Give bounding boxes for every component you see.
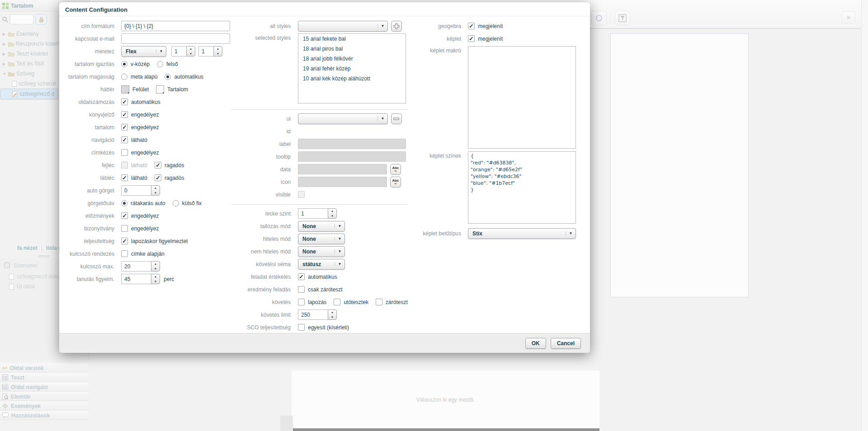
plus-icon	[393, 23, 400, 29]
row-icon: icon Abc	[231, 177, 408, 187]
style-item[interactable]: 15 arial fekete bal	[298, 34, 406, 44]
kovetesi-sema-select[interactable]: státusz ▼	[298, 259, 345, 270]
tanulas-figyelm-stepper[interactable]: ▲▼	[121, 274, 160, 284]
tartalom-checkbox[interactable]: ✓	[121, 124, 128, 131]
kovetes-lapozas-checkbox[interactable]	[298, 299, 305, 305]
content-configuration-dialog: Content Configuration cím formátum kapcs…	[59, 2, 590, 353]
stepper-up-icon[interactable]: ▲	[151, 262, 160, 267]
row-keplet-makro: képlet makró	[412, 46, 579, 149]
oldalszamozas-checkbox[interactable]: ✓	[121, 98, 128, 105]
row-hiteles-mod: hiteles mód None ▼	[231, 234, 408, 244]
kovetes-zaroteszt-checkbox[interactable]	[376, 299, 382, 305]
keplet-betutipus-select[interactable]: Stix ▼	[468, 228, 576, 239]
icon-input	[298, 177, 387, 187]
row-konyvjelzo: könyvjelző ✓ engedélyez	[64, 109, 231, 120]
stepper-up-icon[interactable]: ▲	[328, 209, 336, 214]
row-kovetes: követés lapozás utótesztek záróteszt	[231, 297, 408, 307]
stepper-down-icon[interactable]: ▼	[214, 52, 222, 56]
cancel-button[interactable]: Cancel	[551, 338, 581, 349]
geogebra-checkbox[interactable]: ✓	[468, 23, 475, 29]
style-item[interactable]: 18 arial piros bal	[298, 44, 406, 54]
row-all-styles: all styles ▼	[231, 21, 408, 31]
style-item[interactable]: 18 arial jobb félkövér	[298, 54, 406, 64]
row-data: data Abc	[231, 164, 408, 174]
ui-select[interactable]: ▼	[298, 113, 388, 124]
stepper-up-icon[interactable]: ▲	[151, 274, 160, 279]
stepper-down-icon[interactable]: ▼	[151, 267, 160, 272]
section-separator	[231, 109, 408, 110]
stepper-down-icon[interactable]: ▼	[151, 279, 160, 284]
kovetes-utotesztek-checkbox[interactable]	[334, 299, 340, 305]
radio-v-kozep[interactable]	[121, 61, 127, 67]
kovetes-limit-stepper[interactable]: ▲▼	[298, 309, 337, 320]
row-label: label	[231, 139, 408, 149]
ok-button[interactable]: OK	[525, 338, 546, 349]
chevron-down-icon: ▼	[335, 262, 344, 266]
meretez-width-stepper[interactable]: ▲▼	[171, 46, 195, 56]
all-styles-select[interactable]: ▼	[298, 21, 388, 32]
sco-egyesit-checkbox[interactable]	[298, 324, 305, 331]
elozmenyek-checkbox[interactable]: ✓	[121, 212, 128, 219]
radio-automatikus[interactable]	[165, 74, 171, 80]
kulcsszo-max-stepper[interactable]: ▲▼	[121, 261, 160, 272]
keplet-makro-textarea[interactable]	[468, 46, 576, 149]
stepper-up-icon[interactable]: ▲	[214, 47, 222, 52]
eredmeny-feladas-checkbox[interactable]	[298, 286, 305, 293]
add-style-button[interactable]	[391, 21, 402, 32]
row-cimkezes: címkézés engedélyez	[64, 147, 231, 158]
radio-felso[interactable]	[157, 61, 163, 67]
stepper-down-icon[interactable]: ▼	[328, 315, 336, 320]
data-picker-button[interactable]: Abc	[390, 164, 401, 175]
konyvjelzo-checkbox[interactable]: ✓	[121, 111, 128, 118]
radio-kulso-fix[interactable]	[173, 200, 179, 206]
navigacio-checkbox[interactable]: ✓	[121, 136, 128, 143]
stepper-up-icon[interactable]: ▲	[328, 310, 336, 315]
fejlec-ragados-checkbox[interactable]: ✓	[155, 162, 161, 169]
style-item[interactable]: 10 arial kék közép aláhúzott	[298, 74, 406, 84]
lablec-lathato-checkbox[interactable]: ✓	[121, 174, 128, 181]
row-navigacio: navigáció ✓ látható	[64, 135, 231, 145]
hiteles-mod-select[interactable]: None ▼	[298, 234, 345, 244]
teljesitettseg-checkbox[interactable]: ✓	[121, 238, 128, 244]
stepper-up-icon[interactable]: ▲	[187, 47, 195, 52]
row-lecke-szint: lecke szint ▲▼	[231, 208, 408, 219]
keplet-checkbox[interactable]: ✓	[468, 35, 475, 42]
tartalom-color-swatch[interactable]	[156, 85, 164, 94]
selected-styles-listbox[interactable]: 15 arial fekete bal 18 arial piros bal 1…	[298, 33, 406, 103]
cim-formatum-input[interactable]	[121, 21, 230, 31]
chevron-down-icon: ▼	[566, 231, 576, 235]
remove-ui-button[interactable]	[391, 113, 402, 124]
felulet-color-swatch[interactable]	[121, 85, 129, 94]
radio-ratakaras-auto[interactable]	[121, 200, 127, 206]
stepper-down-icon[interactable]: ▼	[187, 52, 195, 56]
icon-picker-button[interactable]: Abc	[390, 177, 401, 187]
cimkezes-checkbox[interactable]	[121, 149, 128, 156]
stepper-down-icon[interactable]: ▼	[328, 214, 336, 219]
kapcsolat-email-input[interactable]	[121, 33, 230, 44]
meretez-height-stepper[interactable]: ▲▼	[198, 46, 222, 56]
row-eredmeny-feladas: eredmény feladás csak záróteszt	[231, 284, 408, 295]
meretez-select[interactable]: Flex ▼	[121, 46, 166, 57]
radio-meta-alapu[interactable]	[121, 74, 127, 80]
keplet-szinek-textarea[interactable]: { "red": "#d63838", "orange": "#d65e2f" …	[468, 151, 576, 224]
style-item[interactable]: 19 arial fehér közép	[298, 64, 406, 74]
auto-gorget-stepper[interactable]: ▲▼	[121, 185, 160, 196]
lecke-szint-stepper[interactable]: ▲▼	[298, 208, 337, 219]
nem-hiteles-mod-select[interactable]: None ▼	[298, 246, 345, 257]
column-keplet: geogebra ✓ megjelenít képlet ✓ megjelení…	[412, 21, 579, 241]
row-tartalom-igazitas: tartalom igazítás v-közép felső	[64, 59, 231, 69]
row-tallozas-mod: tallózás mód None ▼	[231, 221, 408, 231]
stepper-down-icon[interactable]: ▼	[151, 191, 160, 196]
fejlec-lathato-checkbox	[121, 162, 128, 169]
row-lablec: lábléc ✓ látható ✓ ragadós	[64, 173, 231, 183]
row-meretez: méretez Flex ▼ ▲▼ ▲▼	[64, 46, 231, 56]
stepper-up-icon[interactable]: ▲	[151, 186, 160, 191]
row-cim-formatum: cím formátum	[64, 21, 231, 31]
kulcsszo-rendezes-checkbox[interactable]	[121, 250, 128, 257]
tallozas-mod-select[interactable]: None ▼	[298, 221, 345, 232]
feladat-ertekeles-checkbox[interactable]: ✓	[298, 273, 305, 280]
chevron-down-icon: ▼	[377, 117, 387, 121]
lablec-ragados-checkbox[interactable]: ✓	[155, 174, 161, 181]
bizonyitvany-checkbox[interactable]	[121, 225, 128, 232]
dialog-body: cím formátum kapcsolat e-mail méretez Fl…	[59, 16, 590, 333]
